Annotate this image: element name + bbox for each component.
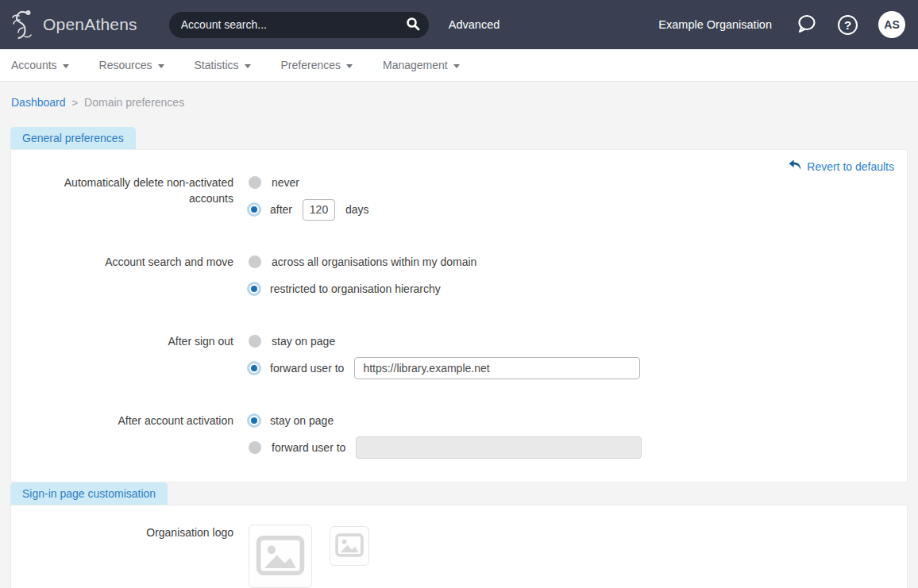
option-label: stay on page — [270, 414, 334, 427]
group-options: stay on page forward user to — [249, 328, 640, 382]
brand[interactable]: OpenAthens — [11, 8, 137, 42]
tab-signin-customisation[interactable]: Sign-in page customisation — [10, 482, 168, 505]
organisation-logo-row: Organisation logo — [22, 525, 896, 588]
tab-general-preferences[interactable]: General preferences — [10, 127, 136, 149]
nav-management[interactable]: Management — [383, 59, 460, 71]
breadcrumb-current: Domain preferences — [84, 96, 184, 109]
signin-customisation-panel: Organisation logo — [10, 505, 908, 588]
radio-forward-user[interactable] — [249, 363, 259, 373]
chevron-down-icon — [245, 64, 251, 68]
chat-bubble-icon — [796, 13, 817, 37]
app-header: OpenAthens Advanced Example Organisation… — [0, 0, 918, 49]
group-options: stay on page forward user to — [249, 407, 642, 461]
general-preferences-panel: Revert to defaults Automatically delete … — [10, 149, 908, 482]
option-forward-user: forward user to — [249, 355, 640, 382]
option-label: stay on page — [272, 335, 335, 348]
days-input[interactable] — [303, 199, 335, 221]
search-button[interactable] — [402, 14, 424, 37]
logo-upload-large[interactable] — [249, 525, 312, 588]
option-across-domain: across all organisations within my domai… — [249, 248, 476, 275]
openathens-logo-icon — [11, 8, 37, 42]
chevron-down-icon — [453, 64, 460, 68]
nav-preferences[interactable]: Preferences — [281, 59, 353, 71]
group-label: Automatically delete non-activated accou… — [22, 169, 233, 223]
sign-out-forward-url-input[interactable] — [354, 357, 640, 379]
group-after-activation: After account activation stay on page fo… — [22, 407, 896, 461]
group-after-sign-out: After sign out stay on page forward user… — [22, 328, 896, 382]
radio-never[interactable] — [249, 176, 261, 189]
radio-stay-on-page[interactable] — [249, 416, 259, 425]
nav-statistics[interactable]: Statistics — [195, 59, 251, 71]
undo-arrow-icon — [789, 159, 801, 173]
chat-button[interactable] — [796, 13, 817, 37]
nav-preferences-label: Preferences — [281, 59, 341, 71]
option-label: restricted to organisation hierarchy — [270, 282, 441, 295]
chevron-down-icon — [158, 64, 164, 68]
radio-forward-user[interactable] — [249, 441, 261, 454]
option-label: forward user to — [270, 362, 344, 375]
group-search-and-move: Account search and move across all organ… — [22, 248, 896, 302]
image-placeholder-icon — [335, 533, 364, 559]
option-label-before: after — [270, 203, 292, 216]
page-content: General preferences Revert to defaults A… — [0, 118, 918, 588]
group-options: across all organisations within my domai… — [249, 248, 476, 302]
revert-to-defaults-label: Revert to defaults — [807, 160, 894, 173]
organisation-logo-label: Organisation logo — [22, 525, 233, 588]
nav-accounts-label: Accounts — [11, 59, 57, 71]
activation-forward-url-input — [356, 436, 642, 459]
option-restricted-hierarchy: restricted to organisation hierarchy — [249, 275, 476, 302]
option-never: never — [249, 169, 369, 196]
search-input[interactable] — [169, 12, 429, 38]
option-label: across all organisations within my domai… — [272, 256, 476, 268]
account-search — [169, 12, 429, 38]
avatar[interactable]: AS — [878, 11, 905, 38]
radio-after-days[interactable] — [249, 205, 259, 214]
logo-upload-small[interactable] — [330, 526, 369, 566]
radio-restricted-hierarchy[interactable] — [249, 284, 259, 294]
group-label: After sign out — [22, 328, 233, 382]
search-icon — [406, 17, 420, 33]
option-label: forward user to — [272, 441, 345, 454]
radio-across-domain[interactable] — [249, 256, 261, 268]
revert-to-defaults-link[interactable]: Revert to defaults — [789, 159, 894, 173]
group-options: never after days — [249, 169, 369, 223]
option-forward-user: forward user to — [249, 434, 642, 461]
image-placeholder-icon — [256, 535, 305, 578]
nav-resources-label: Resources — [99, 59, 152, 71]
advanced-search-link[interactable]: Advanced — [449, 18, 500, 31]
help-icon: ? — [838, 15, 858, 35]
option-label-after: days — [345, 203, 369, 216]
main-nav: Accounts Resources Statistics Preference… — [0, 49, 918, 82]
nav-management-label: Management — [383, 59, 448, 71]
brand-name: OpenAthens — [43, 15, 137, 34]
option-after-days: after days — [249, 196, 369, 223]
breadcrumb-separator: > — [72, 97, 79, 109]
group-auto-delete: Automatically delete non-activated accou… — [22, 169, 896, 223]
group-label: After account activation — [22, 407, 233, 461]
chevron-down-icon — [63, 64, 69, 68]
option-label: never — [272, 176, 299, 189]
nav-accounts[interactable]: Accounts — [11, 59, 69, 71]
logo-upload-boxes — [249, 525, 369, 588]
radio-stay-on-page[interactable] — [249, 335, 261, 348]
option-stay-on-page: stay on page — [249, 407, 642, 434]
breadcrumb-dashboard-link[interactable]: Dashboard — [11, 96, 66, 109]
option-stay-on-page: stay on page — [249, 328, 640, 355]
group-label: Account search and move — [22, 248, 233, 302]
nav-resources[interactable]: Resources — [99, 59, 164, 71]
breadcrumb: Dashboard > Domain preferences — [0, 82, 918, 118]
chevron-down-icon — [346, 64, 353, 68]
organisation-name[interactable]: Example Organisation — [658, 18, 772, 31]
nav-statistics-label: Statistics — [195, 59, 239, 71]
help-button[interactable]: ? — [838, 15, 858, 35]
